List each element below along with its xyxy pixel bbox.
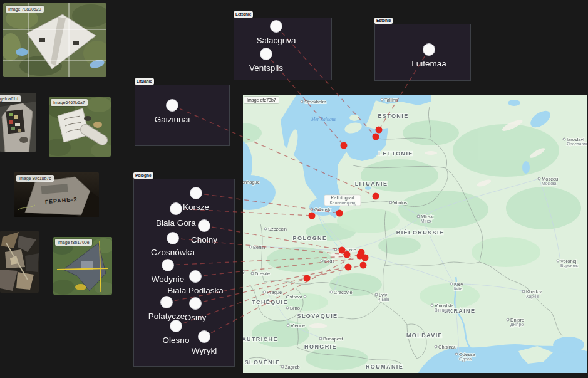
group-panel-lituanie[interactable] bbox=[135, 85, 230, 146]
city-marker-prague bbox=[263, 291, 266, 293]
city-label-budapest: Budapest bbox=[323, 336, 344, 342]
group-panel-pologne[interactable] bbox=[133, 179, 235, 367]
city-sublabel: Ярославль bbox=[567, 142, 587, 147]
photo-label-chip: Image6467b6a7 bbox=[51, 99, 88, 106]
city-label-berlin: Berlin bbox=[253, 244, 265, 250]
city-label-gdansk: Gdansk bbox=[314, 207, 331, 213]
group-tab-lituanie: Lituanie bbox=[135, 78, 154, 85]
city-marker-iaroslavl bbox=[563, 138, 565, 140]
city-label-ostrava: Ostrava bbox=[286, 294, 303, 300]
city-marker-gdansk bbox=[311, 208, 313, 211]
country-label-pologne: POLOGNE bbox=[293, 235, 328, 241]
city-marker-budapest bbox=[319, 337, 322, 340]
city-label-varsovie: Varsovie bbox=[338, 247, 356, 253]
city-marker-łodz bbox=[321, 260, 323, 262]
group-tab-lettonie: Lettonie bbox=[234, 11, 253, 18]
city-label-vilnius: Vilnius bbox=[393, 200, 407, 206]
city-sublabel: Київ bbox=[454, 286, 463, 291]
city-marker-tallinn bbox=[381, 98, 383, 101]
city-marker-kiev bbox=[450, 283, 453, 285]
city-marker-kharkiv bbox=[522, 290, 525, 293]
city-marker-lviv bbox=[375, 293, 378, 296]
city-marker-zagreb bbox=[281, 365, 284, 368]
group-tab-estonie: Estonie bbox=[374, 18, 393, 24]
city-sublabel: Львів bbox=[379, 297, 389, 302]
city-sublabel: Воронеж bbox=[560, 263, 578, 268]
country-label-lettonie: LETTONIE bbox=[378, 150, 413, 157]
city-label-dresde: Dresde bbox=[255, 271, 270, 276]
map-label-chip: Image dfe73b7 bbox=[244, 97, 279, 103]
city-label-zagreb: Zagreb bbox=[285, 364, 300, 370]
debris-grass-image bbox=[49, 97, 111, 157]
city-label-prague: Prague bbox=[267, 290, 282, 295]
city-sublabel: Харків bbox=[526, 294, 539, 299]
city-label-chisinau: Chisinau bbox=[438, 344, 456, 350]
city-label-szczecin: Szczecin bbox=[268, 226, 287, 232]
city-label-tallinn: Tallinn bbox=[384, 97, 398, 103]
city-sublabel: Дніпро bbox=[510, 322, 524, 327]
country-label-autriche: AUTRICHE bbox=[243, 336, 278, 342]
photo-label-chip: Image 80c18b7c bbox=[16, 175, 54, 182]
city-sublabel: Мінск bbox=[421, 219, 431, 223]
city-label-cracovie: Cracovie bbox=[334, 290, 353, 295]
evidence-photo-delta-drone[interactable]: Image f8b1700e bbox=[53, 237, 112, 295]
country-label-slovenie: SLOVÉNIE bbox=[245, 359, 281, 365]
city-marker-brno bbox=[286, 307, 289, 309]
europe-map: Mer BaltiqueESTONIELETTONIELITUANIEPOLOG… bbox=[243, 95, 587, 373]
city-marker-dresde bbox=[251, 272, 254, 275]
city-marker-vinnytsia bbox=[431, 304, 433, 307]
graph-canvas[interactable]: Image 70a90o20 Imagefoa61d bbox=[0, 0, 588, 378]
city-marker-minsk bbox=[417, 215, 420, 218]
country-label-hongrie: HONGRIE bbox=[304, 344, 337, 350]
city-label-copenhague: Copenhague bbox=[243, 179, 260, 185]
evidence-photo-geran-stencil[interactable]: ГЕРАНЬ-2 Image 80c18b7c bbox=[14, 172, 99, 217]
city-marker-voronej bbox=[557, 260, 559, 262]
city-marker-dnipro bbox=[507, 318, 509, 321]
city-sublabel: Вінниця bbox=[435, 308, 450, 313]
city-marker-varsovie bbox=[334, 248, 337, 251]
shattered-debris-image bbox=[0, 231, 39, 293]
city-marker-odessa bbox=[455, 353, 458, 355]
evidence-photo-aerial-drone[interactable]: Image 70a90o20 bbox=[3, 3, 106, 77]
sea-label: Mer Baltique bbox=[311, 117, 336, 122]
city-label-vienne: Vienne bbox=[291, 323, 305, 328]
city-marker-berlin bbox=[249, 246, 252, 248]
city-marker-stockholm bbox=[301, 100, 303, 103]
country-label-bielorussie: BIÉLORUSSIE bbox=[396, 229, 444, 236]
city-marker-cracovie bbox=[330, 291, 333, 293]
map-view[interactable]: Mer BaltiqueESTONIELETTONIELITUANIEPOLOG… bbox=[243, 95, 587, 373]
city-label-łodz: Łódź bbox=[324, 258, 335, 264]
city-label-brno: Brno bbox=[290, 305, 300, 311]
city-sublabel: Калининград bbox=[330, 201, 356, 206]
photo-label-chip: Image f8b1700e bbox=[55, 239, 92, 246]
photo-label-chip: Imagefoa61d bbox=[0, 95, 21, 102]
evidence-photo-debris-grass[interactable]: Image6467b6a7 bbox=[49, 97, 111, 157]
country-label-tchequie: TCHÉQUIE bbox=[252, 299, 288, 305]
city-sublabel: Москва bbox=[542, 181, 556, 186]
city-marker-vienne bbox=[287, 324, 289, 327]
group-tab-pologne: Pologne bbox=[133, 172, 153, 179]
city-marker-vilnius bbox=[389, 201, 392, 204]
group-panel-lettonie[interactable] bbox=[234, 18, 332, 80]
photo-label-chip: Image 70a90o20 bbox=[6, 6, 44, 13]
city-marker-szczecin bbox=[264, 228, 267, 230]
city-marker-moscou bbox=[538, 177, 540, 180]
city-label-leipzig: Leipzig bbox=[243, 268, 245, 274]
city-marker-ostrava bbox=[304, 295, 306, 298]
city-sublabel: Одеса bbox=[459, 357, 472, 362]
country-label-moldavie: MOLDAVIE bbox=[406, 332, 443, 339]
country-label-slovaquie: SLOVAQUIE bbox=[297, 313, 338, 319]
aerial-drone-image bbox=[3, 3, 106, 77]
country-label-estonie: ESTONIE bbox=[378, 113, 408, 119]
evidence-photo-wreck-internals[interactable]: Imagefoa61d bbox=[0, 93, 36, 152]
group-panel-estonie[interactable] bbox=[374, 24, 471, 81]
evidence-photo-shattered-debris[interactable] bbox=[0, 231, 39, 293]
country-label-lituanie: LITUANIE bbox=[355, 181, 388, 187]
country-label-roumanie: ROUMANIE bbox=[366, 364, 403, 370]
city-marker-chisinau bbox=[435, 345, 437, 348]
city-label-stockholm: Stockholm bbox=[304, 99, 326, 105]
